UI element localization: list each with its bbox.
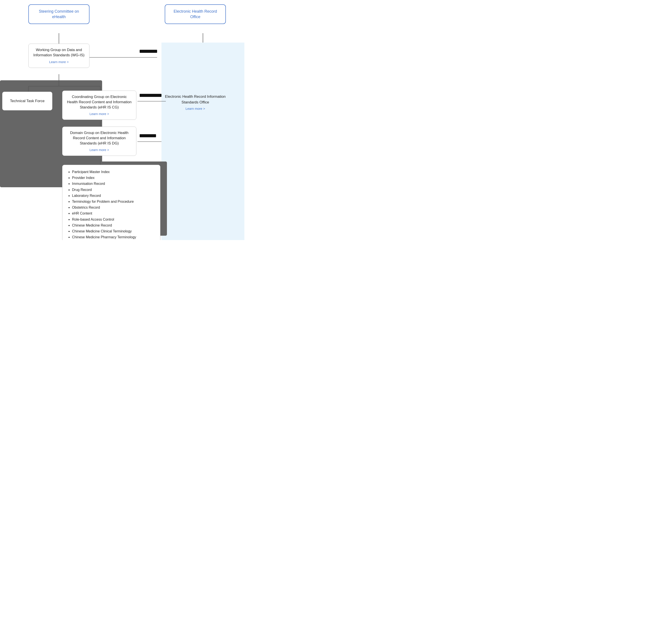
coordinating-group-box: Coordinating Group on Electronic Health … xyxy=(62,90,136,120)
wg-is-title: Working Group on Data and Information St… xyxy=(33,48,84,57)
list-item: Role-based Access Control xyxy=(72,216,155,222)
coordinating-group-title: Coordinating Group on Electronic Health … xyxy=(67,95,132,109)
list-item: Participant Master Index xyxy=(72,169,155,175)
list-item: eHR Content xyxy=(72,210,155,216)
ehr-office-box: Electronic Health Record Office xyxy=(165,4,226,24)
list-item: Drug Record xyxy=(72,187,155,193)
ehr-office-title: Electronic Health Record Office xyxy=(173,9,217,19)
list-item: Laboratory Record xyxy=(72,193,155,198)
steering-committee-box: Steering Committee on eHealth xyxy=(28,4,89,24)
list-item: Chinese Medicine Clinical Terminology xyxy=(72,228,155,234)
list-item: Provider Index xyxy=(72,175,155,181)
technical-task-force-title: Technical Task Force xyxy=(10,99,45,103)
domain-list: Participant Master IndexProvider IndexIm… xyxy=(67,169,155,240)
list-item: Obstetrics Record xyxy=(72,205,155,210)
steering-committee-title: Steering Committee on eHealth xyxy=(39,9,79,19)
svg-rect-12 xyxy=(140,134,156,137)
domain-group-box: Domain Group on Electronic Health Record… xyxy=(62,127,136,156)
domain-list-box: Participant Master IndexProvider IndexIm… xyxy=(62,165,160,240)
list-item: Chinese Medicine Pharmacy Terminology xyxy=(72,234,155,240)
domain-group-learn-more[interactable]: Learn more > xyxy=(67,147,132,152)
org-chart: Steering Committee on eHealth Electronic… xyxy=(0,0,244,240)
list-item: Immunisation Record xyxy=(72,181,155,187)
right-panel-bg xyxy=(161,43,244,240)
wg-is-learn-more[interactable]: Learn more > xyxy=(33,60,85,64)
wg-is-box: Working Group on Data and Information St… xyxy=(28,44,89,68)
ehr-info-office-title: Electronic Health Record Information Sta… xyxy=(165,95,226,104)
svg-rect-8 xyxy=(140,50,157,53)
domain-group-title: Domain Group on Electronic Health Record… xyxy=(70,131,128,145)
list-item: Terminology for Problem and Procedure xyxy=(72,198,155,205)
ehr-info-office-box: Electronic Health Record Information Sta… xyxy=(165,94,226,110)
ehr-info-office-learn-more[interactable]: Learn more > xyxy=(165,107,226,110)
technical-task-force-box: Technical Task Force xyxy=(2,92,52,110)
svg-rect-10 xyxy=(140,94,161,97)
coordinating-group-learn-more[interactable]: Learn more > xyxy=(67,111,132,116)
list-item: Chinese Medicine Record xyxy=(72,222,155,228)
